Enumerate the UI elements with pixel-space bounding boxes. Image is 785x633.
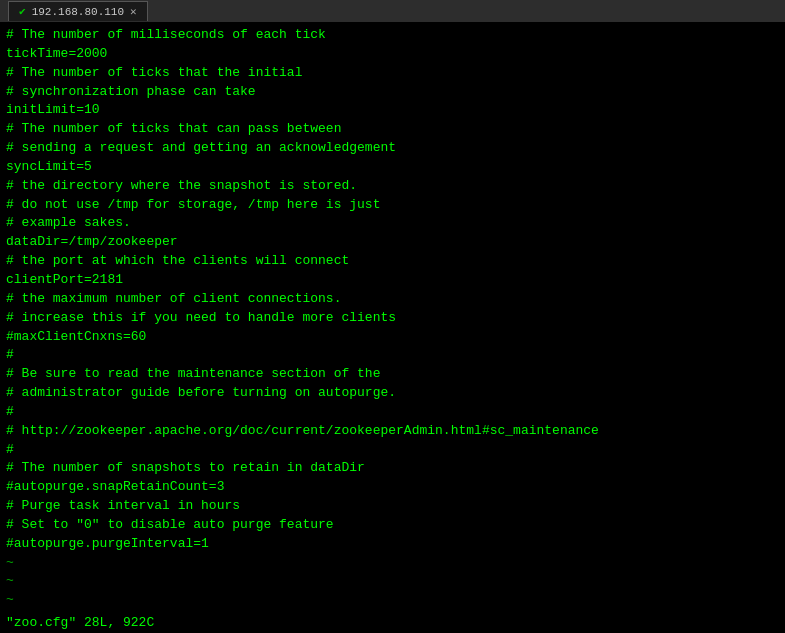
terminal-line: # Be sure to read the maintenance sectio… bbox=[6, 365, 779, 384]
status-bar: "zoo.cfg" 28L, 922C bbox=[0, 611, 785, 633]
terminal-line: dataDir=/tmp/zookeeper bbox=[6, 233, 779, 252]
terminal-line: # The number of milliseconds of each tic… bbox=[6, 26, 779, 45]
terminal-line: initLimit=10 bbox=[6, 101, 779, 120]
terminal-line: # Set to "0" to disable auto purge featu… bbox=[6, 516, 779, 535]
terminal-line: # the directory where the snapshot is st… bbox=[6, 177, 779, 196]
terminal-line: # increase this if you need to handle mo… bbox=[6, 309, 779, 328]
terminal-line: # synchronization phase can take bbox=[6, 83, 779, 102]
tab-close-button[interactable]: ✕ bbox=[130, 5, 137, 18]
terminal-line: # Purge task interval in hours bbox=[6, 497, 779, 516]
terminal-line: # sending a request and getting an ackno… bbox=[6, 139, 779, 158]
terminal-line: #autopurge.purgeInterval=1 bbox=[6, 535, 779, 554]
terminal-line: # The number of snapshots to retain in d… bbox=[6, 459, 779, 478]
tab-label: 192.168.80.110 bbox=[32, 6, 124, 18]
terminal-line: #maxClientCnxns=60 bbox=[6, 328, 779, 347]
terminal-line: # do not use /tmp for storage, /tmp here… bbox=[6, 196, 779, 215]
terminal-line: # The number of ticks that the initial bbox=[6, 64, 779, 83]
terminal-line: syncLimit=5 bbox=[6, 158, 779, 177]
terminal-line: tickTime=2000 bbox=[6, 45, 779, 64]
terminal-line: # administrator guide before turning on … bbox=[6, 384, 779, 403]
terminal-line: clientPort=2181 bbox=[6, 271, 779, 290]
terminal-line: # http://zookeeper.apache.org/doc/curren… bbox=[6, 422, 779, 441]
lines-container: # The number of milliseconds of each tic… bbox=[6, 26, 779, 611]
terminal-line: #autopurge.snapRetainCount=3 bbox=[6, 478, 779, 497]
terminal-line: ~ bbox=[6, 591, 779, 610]
terminal-line: # example sakes. bbox=[6, 214, 779, 233]
terminal-window: ✔ 192.168.80.110 ✕ # The number of milli… bbox=[0, 0, 785, 633]
terminal-line: # the port at which the clients will con… bbox=[6, 252, 779, 271]
terminal-line: ~ bbox=[6, 572, 779, 591]
terminal-content: # The number of milliseconds of each tic… bbox=[0, 22, 785, 611]
terminal-line: # bbox=[6, 346, 779, 365]
title-bar: ✔ 192.168.80.110 ✕ bbox=[0, 0, 785, 22]
terminal-line: # bbox=[6, 441, 779, 460]
terminal-line: # bbox=[6, 403, 779, 422]
status-bar-text: "zoo.cfg" 28L, 922C bbox=[6, 615, 154, 630]
terminal-line: # the maximum number of client connectio… bbox=[6, 290, 779, 309]
terminal-tab[interactable]: ✔ 192.168.80.110 ✕ bbox=[8, 1, 148, 21]
tab-check-icon: ✔ bbox=[19, 5, 26, 18]
terminal-line: # The number of ticks that can pass betw… bbox=[6, 120, 779, 139]
terminal-line: ~ bbox=[6, 554, 779, 573]
